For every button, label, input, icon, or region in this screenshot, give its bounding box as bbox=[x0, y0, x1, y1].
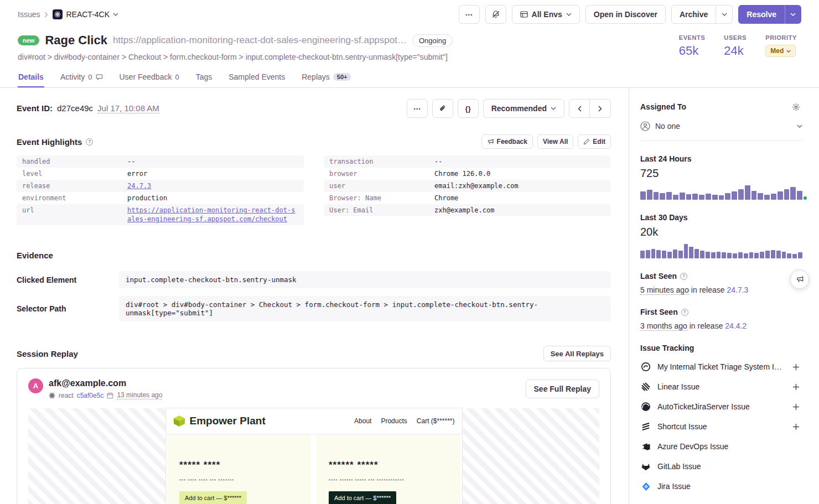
chart-bar bbox=[662, 251, 666, 258]
next-event-button[interactable] bbox=[590, 99, 611, 118]
attachments-button[interactable] bbox=[432, 99, 453, 118]
floating-feedback-button[interactable] bbox=[790, 270, 809, 289]
issue-stats: EVENTS 65k USERS 24k PRIORITY Med bbox=[679, 33, 797, 61]
first-seen-time[interactable]: 3 months ago bbox=[640, 321, 687, 331]
status-badge: Ongoing bbox=[412, 34, 453, 47]
chart-bar bbox=[764, 195, 770, 200]
product-description: **** ****** ***** *** ************ bbox=[329, 478, 448, 483]
issue-tracking-row: AutoTicketJiraServer Issue bbox=[640, 397, 802, 417]
issue-tracking-label[interactable]: Jira Issue bbox=[657, 482, 802, 491]
view-all-button[interactable]: View All bbox=[537, 134, 573, 149]
event-timestamp[interactable]: Jul 17, 10:08 AM bbox=[97, 103, 159, 113]
chart-bar bbox=[732, 191, 737, 200]
kv-key: transaction bbox=[329, 157, 434, 166]
replay-user-email[interactable]: afk@example.com bbox=[49, 378, 162, 388]
replay-preview[interactable]: Empower Plant About Products Cart ($****… bbox=[28, 408, 599, 504]
events-stat-value[interactable]: 65k bbox=[679, 44, 706, 58]
more-actions-button[interactable]: ⋯ bbox=[459, 5, 480, 24]
json-view-button[interactable]: {} bbox=[458, 99, 479, 118]
kv-key: level bbox=[22, 169, 127, 178]
tab-user-feedback[interactable]: User Feedback 0 bbox=[119, 70, 180, 87]
issue-tracking-label[interactable]: AutoTicketJiraServer Issue bbox=[657, 402, 783, 411]
priority-dropdown[interactable]: Med bbox=[765, 45, 796, 57]
feedback-button[interactable]: Feedback bbox=[481, 134, 533, 149]
kv-value: email:zxh@example.com bbox=[434, 181, 605, 190]
add-issue-button[interactable] bbox=[789, 420, 802, 433]
kv-row-level: level error bbox=[17, 168, 304, 180]
first-seen-release-link[interactable]: 24.4.2 bbox=[725, 321, 747, 330]
issue-selector-path: div#root > div#body-container > Checkout… bbox=[18, 53, 453, 61]
open-in-discover-button[interactable]: Open in Discover bbox=[585, 5, 666, 24]
linear-icon bbox=[640, 382, 651, 392]
event-more-button[interactable]: ⋯ bbox=[407, 99, 428, 118]
last-seen-release-link[interactable]: 24.7.3 bbox=[727, 285, 748, 294]
breadcrumb: Issues REACT-4CK bbox=[18, 9, 118, 19]
url-link[interactable]: https://application-monitoring-react-dot… bbox=[127, 206, 298, 224]
help-icon[interactable]: ? bbox=[681, 309, 688, 316]
assignment-settings-button[interactable] bbox=[789, 100, 802, 113]
tab-details[interactable]: Details bbox=[18, 70, 44, 87]
events-stat: EVENTS 65k bbox=[679, 34, 706, 61]
help-icon[interactable]: ? bbox=[86, 138, 93, 146]
breadcrumb-issues-link[interactable]: Issues bbox=[18, 10, 40, 19]
tab-replays[interactable]: Replays 50+ bbox=[301, 70, 351, 87]
priority-stat-label: PRIORITY bbox=[765, 34, 797, 41]
kv-value: zxh@example.com bbox=[434, 206, 605, 215]
previous-event-button[interactable] bbox=[569, 99, 590, 118]
new-badge: new bbox=[18, 35, 39, 45]
evidence-section: Evidence Clicked Element input.complete-… bbox=[17, 251, 611, 321]
jira-server-icon bbox=[640, 402, 651, 412]
event-selector-dropdown[interactable]: Recommended bbox=[483, 99, 564, 118]
kv-key: url bbox=[22, 206, 127, 224]
last-seen-time[interactable]: 5 minutes ago bbox=[640, 285, 689, 295]
release-link[interactable]: 24.7.3 bbox=[127, 181, 298, 190]
tab-activity[interactable]: Activity 0 bbox=[60, 70, 103, 87]
braces-icon: {} bbox=[465, 105, 471, 113]
kv-row-browser: browser Chrome 126.0.0 bbox=[324, 168, 611, 180]
replay-time-ago[interactable]: 13 minutes ago bbox=[117, 391, 162, 399]
archive-button[interactable]: Archive bbox=[671, 5, 716, 24]
chart-bar bbox=[694, 249, 699, 258]
see-all-replays-button[interactable]: See All Replays bbox=[543, 346, 611, 361]
environments-icon bbox=[520, 11, 528, 18]
chart-bar bbox=[640, 251, 645, 258]
add-issue-button[interactable] bbox=[789, 380, 802, 393]
see-full-replay-button[interactable]: See Full Replay bbox=[526, 380, 599, 398]
help-icon[interactable]: ? bbox=[680, 273, 687, 280]
kv-value: Chrome 126.0.0 bbox=[434, 169, 605, 178]
resolve-button[interactable]: Resolve bbox=[738, 5, 785, 24]
issue-tracking-label[interactable]: Linear Issue bbox=[657, 382, 783, 391]
users-stat-value[interactable]: 24k bbox=[724, 44, 747, 58]
assignee-dropdown[interactable]: No one bbox=[640, 121, 802, 141]
last-30-days-count: 20k bbox=[640, 226, 802, 238]
issue-tracking-label[interactable]: My Internal Ticket Triage System Issue bbox=[657, 362, 783, 371]
paperclip-icon bbox=[439, 105, 447, 112]
issue-tracking-label[interactable]: GitLab Issue bbox=[657, 462, 802, 471]
chart-bar bbox=[777, 191, 783, 200]
site-nav-about: About bbox=[354, 417, 371, 425]
resolve-dropdown-button[interactable] bbox=[785, 5, 801, 24]
chart-bar bbox=[666, 192, 672, 200]
tab-tags[interactable]: Tags bbox=[195, 70, 213, 87]
project-selector[interactable]: REACT-4CK bbox=[53, 9, 118, 19]
issue-tracking-section: Issue Tracking My Internal Ticket Triage… bbox=[640, 344, 802, 496]
selector-path-value: div#root > div#body-container > Checkout… bbox=[119, 296, 611, 321]
edit-highlights-button[interactable]: Edit bbox=[578, 134, 611, 149]
clicked-element-value: input.complete-checkout-btn.sentry-unmas… bbox=[119, 271, 611, 288]
issue-tracking-label[interactable]: Azure DevOps Issue bbox=[657, 442, 802, 451]
chart-bar bbox=[711, 252, 716, 258]
env-filter-button[interactable]: All Envs bbox=[512, 5, 580, 24]
resolve-label: Resolve bbox=[747, 10, 776, 19]
archive-dropdown-button[interactable] bbox=[716, 5, 733, 24]
issue-sidebar: Assigned To No one Last 24 Hours 725 Las… bbox=[629, 88, 819, 504]
issue-tracking-label[interactable]: Shortcut Issue bbox=[657, 422, 783, 431]
add-issue-button[interactable] bbox=[789, 400, 802, 413]
tab-sampled-events[interactable]: Sampled Events bbox=[228, 70, 286, 87]
users-stat-label: USERS bbox=[724, 34, 747, 41]
add-issue-button[interactable] bbox=[789, 360, 802, 373]
chart-bar bbox=[717, 252, 721, 258]
chart-bar bbox=[689, 247, 693, 258]
mute-alerts-button[interactable] bbox=[485, 5, 506, 24]
chart-bar bbox=[654, 192, 659, 200]
replay-id-link[interactable]: c5af0e5c bbox=[77, 392, 104, 399]
